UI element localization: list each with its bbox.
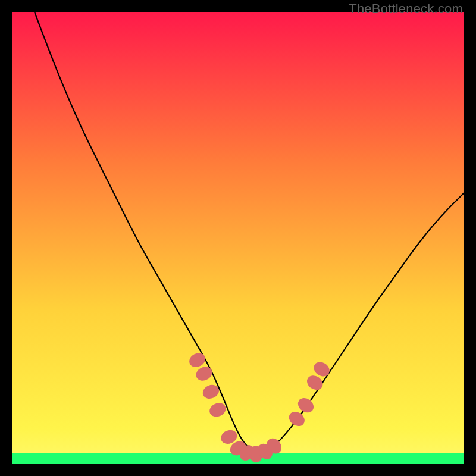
chart-frame [12,12,464,464]
bottleneck-chart [12,12,464,464]
gradient-background [12,12,464,464]
watermark-text: TheBottleneck.com [349,1,463,17]
